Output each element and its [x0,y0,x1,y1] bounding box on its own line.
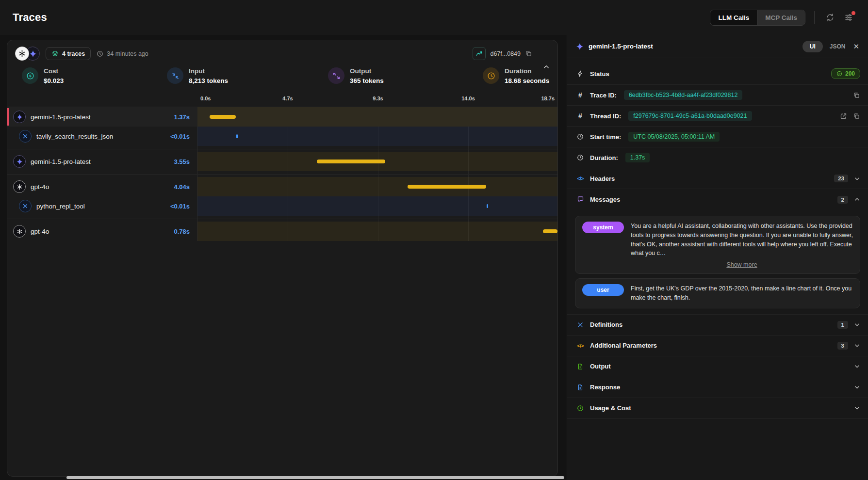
count-badge: 3 [837,342,848,350]
axis-tick: 0.0s [200,96,211,101]
openai-icon [13,180,26,193]
section-headers[interactable]: </> Headers 23 [567,168,868,189]
timeline-axis: 0.0s 4.7s 9.3s 14.0s 18.7s [7,91,557,107]
trace-row-gpt4o-2[interactable]: gpt-4o 0.78s [7,222,557,241]
tab-llm-calls[interactable]: LLM Calls [710,10,757,25]
duration-clock-icon [483,67,499,84]
gemini-star-icon [13,155,26,168]
chevron-down-icon[interactable] [854,321,860,328]
duration-bar [543,229,557,233]
span-name: gpt-4o [31,183,169,191]
group-separator [7,171,557,177]
page-title: Traces [13,11,47,24]
stat-cost: $ Cost $0.023 [22,67,167,84]
duration-row: Duration: 1.37s [567,147,868,168]
trace-row-gemini-2[interactable]: gemini-1.5-pro-latest 3.55s [7,152,557,171]
message-user: user First, get the UK's GDP over the 20… [575,278,860,308]
start-time-row: Start time: UTC 05/08/2025, 05:00:11 AM [567,127,868,147]
gemini-star-icon [13,111,26,123]
chevron-down-icon[interactable] [854,384,860,390]
trace-row-tavily[interactable]: tavily_search_results_json <0.01s [7,127,557,146]
trace-row-gemini-1[interactable]: gemini-1.5-pro-latest 1.37s [7,107,557,127]
horizontal-scrollbar[interactable] [66,476,564,479]
span-duration: 4.04s [174,183,190,191]
duration-bar [317,160,385,163]
timeline-track [197,107,557,127]
section-usage-cost[interactable]: Usage & Cost [567,398,868,419]
file-icon [576,384,585,391]
span-duration: 0.78s [174,228,190,235]
traces-panel: 4 traces 34 minutes ago d67f...0849 [0,35,567,480]
tab-mcp-calls[interactable]: MCP Calls [757,10,805,25]
notification-dot [852,11,855,15]
openai-avatar-icon [15,47,29,61]
span-duration: <0.01s [170,133,190,140]
file-icon [576,363,585,370]
chevron-down-icon[interactable] [854,405,860,411]
calls-segmented-control: LLM Calls MCP Calls [710,10,805,26]
span-duration: 3.55s [174,158,190,165]
collapse-summary-chevron[interactable] [543,64,550,70]
count-badge: 1 [837,321,848,329]
chevron-down-icon[interactable] [854,363,860,369]
stat-output: Output 365 tokens [328,67,483,84]
analytics-button[interactable] [473,47,486,60]
clock-icon [576,154,585,161]
stat-input: Input 8,213 tokens [167,67,328,84]
show-more-link[interactable]: Show more [631,261,853,268]
chevron-down-icon[interactable] [854,342,860,349]
view-toggle-ui[interactable]: UI [802,41,823,52]
close-icon[interactable]: ✕ [853,42,859,51]
trace-row-gpt4o-1[interactable]: gpt-4o 4.04s [7,177,557,196]
tools-icon [576,321,585,328]
span-name: gemini-1.5-pro-latest [31,158,169,165]
filter-button[interactable] [842,11,855,24]
span-name: gpt-4o [31,228,169,235]
axis-tick: 14.0s [461,96,475,101]
refresh-icon [826,13,835,22]
clock-icon [576,133,585,140]
external-link-icon[interactable] [840,112,847,120]
role-badge-user: user [582,284,624,296]
chevron-down-icon[interactable] [854,176,860,182]
trace-short-id: d67f...0849 [490,50,521,57]
refresh-button[interactable] [823,11,837,24]
section-messages[interactable]: Messages 2 [567,189,868,210]
section-definitions[interactable]: Definitions 1 [567,315,868,336]
trace-time-ago: 34 minutes ago [97,50,148,57]
copy-icon[interactable] [525,50,532,57]
axis-tick: 9.3s [373,96,383,101]
clock-icon [97,50,103,57]
stat-duration: Duration 18.68 seconds [483,67,549,84]
provider-avatars [15,47,40,61]
group-separator [7,216,557,222]
timeline-track [197,152,557,171]
copy-icon[interactable] [853,112,860,120]
thread-id-row: # Thread ID: f297679c-8701-49c5-a61a-b0d… [567,106,868,127]
copy-icon[interactable] [853,92,860,99]
axis-tick: 18.7s [541,96,555,101]
section-response[interactable]: Response [567,377,868,398]
view-toggle-json[interactable]: JSON [830,43,846,50]
section-additional-parameters[interactable]: </> Additional Parameters 3 [567,336,868,356]
messages-list: system You are a helpful AI assistant, c… [567,210,868,315]
chevron-up-icon[interactable] [854,196,860,203]
trace-id-value[interactable]: 6edb3fbc-b523-4b8d-aa4f-af23df029812 [624,90,743,100]
thread-id-value[interactable]: f297679c-8701-49c5-a61a-b0daad0e9021 [628,111,752,121]
hash-icon: # [576,91,585,99]
top-bar: Traces LLM Calls MCP Calls [0,0,868,35]
span-name: gemini-1.5-pro-latest [31,113,169,121]
tool-icon [19,200,32,212]
group-separator [7,146,557,152]
code-icon: </> [576,343,585,349]
trace-row-python-repl[interactable]: python_repl_tool <0.01s [7,196,557,216]
timeline-track [197,222,557,241]
count-badge: 23 [834,175,848,182]
traces-count-badge[interactable]: 4 traces [46,47,91,60]
trace-stats-row: $ Cost $0.023 Input 8,213 tokens [7,63,557,91]
drawer-title: gemini-1.5-pro-latest [589,43,653,50]
span-duration: <0.01s [170,203,190,210]
section-output[interactable]: Output [567,356,868,377]
duration-value: 1.37s [625,153,650,162]
duration-bar [408,185,486,189]
